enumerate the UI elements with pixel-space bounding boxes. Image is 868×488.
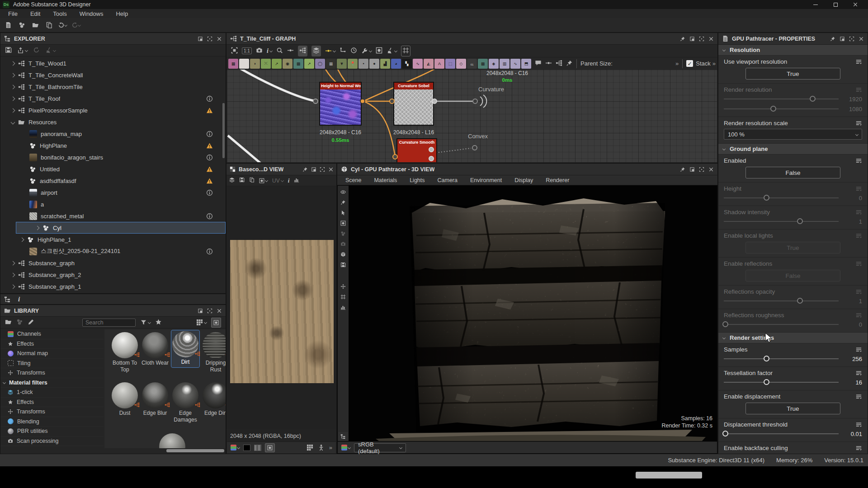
expand-chevron[interactable] — [11, 96, 15, 101]
sidebar-section-material-filters[interactable]: Material filters — [0, 378, 104, 388]
atomic-channel-shuffle-icon[interactable]: ⤫ — [261, 59, 271, 69]
maximize-icon[interactable] — [320, 167, 325, 172]
atomic-curve-io-icon[interactable]: ∿ — [510, 59, 520, 69]
sidebar-item-1-click[interactable]: 1-click — [0, 388, 104, 398]
parent-size-expand[interactable]: » — [675, 60, 679, 67]
info-icon[interactable] — [206, 131, 213, 137]
atomic-warp-icon[interactable]: ↗ — [304, 59, 314, 69]
float-icon[interactable] — [689, 167, 695, 172]
atomic-checker-icon[interactable]: ▚ — [402, 59, 412, 69]
maximize-icon[interactable] — [849, 36, 854, 42]
elbow-wire-button[interactable] — [340, 47, 346, 55]
library-material-dripping-rust[interactable]: Dripping Rust — [202, 331, 226, 373]
explorer-item[interactable]: panorama_map — [0, 128, 226, 140]
thumbnails-button[interactable] — [376, 47, 382, 55]
close-button[interactable] — [845, 0, 865, 9]
explorer-item[interactable]: T_Tile_Wood1 — [0, 57, 226, 69]
explorer-item[interactable]: 스크린샷_2025-08-21_224101 — [0, 245, 226, 257]
render-width-slider[interactable]: 1920 — [724, 95, 862, 103]
explorer-item[interactable]: a — [0, 198, 226, 210]
graph-view-button[interactable] — [298, 46, 307, 56]
atomic-histogram-icon[interactable]: ▟ — [380, 59, 390, 69]
warning-icon[interactable] — [206, 166, 213, 173]
output-node-convex[interactable] — [472, 145, 477, 150]
sidebar-item-transforms-2[interactable]: Transforms — [0, 407, 104, 417]
grid-size-button[interactable] — [196, 319, 207, 326]
expand-chevron[interactable] — [11, 108, 15, 113]
layers-button[interactable] — [229, 177, 235, 184]
grid-icon[interactable] — [307, 444, 313, 451]
enable-displacement-toggle[interactable]: True — [745, 403, 840, 414]
menu-materials[interactable]: Materials — [368, 177, 402, 183]
float-icon[interactable] — [198, 36, 203, 42]
sidebar-item-pbr-utilities[interactable]: PBR utilities — [0, 427, 104, 436]
atomic-curve-icon[interactable]: ↗ — [272, 59, 282, 69]
clean-graph-button[interactable] — [387, 47, 397, 54]
menu-display[interactable]: Display — [509, 177, 538, 183]
menu-lights[interactable]: Lights — [404, 177, 430, 183]
stack-checkbox[interactable]: ✓ — [686, 60, 693, 67]
copy-image-button[interactable] — [249, 177, 255, 184]
node-info-button[interactable]: i — [267, 47, 272, 55]
edit-filter-button[interactable] — [28, 319, 34, 327]
close-icon[interactable] — [328, 167, 334, 172]
stack-expand[interactable]: » — [712, 60, 716, 67]
sidebar-item-channels[interactable]: Channels — [0, 329, 104, 339]
info-button[interactable]: i — [288, 177, 290, 184]
enable-reflections-toggle[interactable]: False — [745, 270, 840, 282]
view2d-canvas[interactable] — [227, 187, 336, 429]
preset-menu-icon[interactable] — [855, 421, 862, 428]
sidebar-item-scan-processing[interactable]: Scan processing — [0, 436, 104, 446]
histogram-button[interactable] — [294, 177, 299, 184]
view3d-tree-tab[interactable] — [338, 432, 348, 441]
output-port[interactable] — [429, 156, 434, 161]
library-material-dust[interactable]: Dust — [111, 381, 139, 417]
maximize-icon[interactable] — [699, 36, 704, 42]
frame-gizmo-icon[interactable] — [340, 294, 346, 300]
menu-edit[interactable]: Edit — [25, 10, 46, 18]
material-sphere-partial[interactable] — [159, 433, 185, 448]
wire-style-button[interactable] — [325, 47, 335, 54]
preset-menu-icon[interactable] — [855, 209, 862, 216]
compute-time-button[interactable] — [350, 47, 357, 55]
collapse-chevron[interactable] — [11, 120, 15, 124]
info-tab-icon[interactable]: i — [18, 296, 20, 303]
outputs-view-button[interactable] — [311, 46, 321, 56]
atomic-shape-icon[interactable]: ◯ — [315, 59, 325, 69]
material-sphere-icon[interactable] — [340, 231, 346, 236]
search-input[interactable] — [82, 319, 136, 327]
atomic-input-value-icon[interactable]: ◈ — [489, 59, 499, 69]
explorer-item[interactable]: Substance_graph — [0, 257, 226, 269]
duplicate-button[interactable] — [43, 20, 54, 31]
menu-environment[interactable]: Environment — [465, 177, 507, 183]
undo-button[interactable] — [57, 20, 68, 31]
input-port[interactable] — [313, 99, 318, 104]
subgraph-button[interactable] — [556, 60, 562, 68]
info-icon[interactable] — [206, 154, 213, 161]
info-icon[interactable] — [206, 213, 213, 220]
expand-chevron[interactable] — [11, 284, 15, 289]
pin-icon[interactable] — [830, 36, 835, 42]
samples-slider[interactable]: 256 — [724, 355, 862, 363]
output-port[interactable] — [360, 99, 365, 104]
output-port[interactable] — [432, 99, 437, 104]
float-icon[interactable] — [840, 36, 845, 42]
menu-tools[interactable]: Tools — [47, 10, 72, 18]
menu-scene[interactable]: Scene — [340, 177, 367, 183]
float-icon[interactable] — [198, 308, 203, 314]
use-viewport-resolution-toggle[interactable]: True — [745, 68, 840, 80]
warning-icon[interactable] — [206, 142, 213, 149]
new-graph-button[interactable] — [16, 20, 27, 31]
undo-history-chevron[interactable] — [64, 23, 67, 27]
enable-local-lights-toggle[interactable]: True — [745, 242, 840, 253]
explorer-item[interactable]: scratched_metal — [0, 210, 226, 222]
dot-node-button[interactable] — [545, 60, 552, 68]
explorer-item[interactable]: Substance_graph_1 — [0, 281, 226, 292]
atomic-output-icon[interactable]: ⬒ — [521, 59, 531, 69]
select-tool-icon[interactable] — [340, 210, 346, 216]
open-button[interactable] — [30, 20, 41, 31]
expand-chevron[interactable] — [35, 225, 40, 230]
explorer-item[interactable]: Resources — [0, 116, 226, 128]
actual-size-button[interactable]: 1:1 — [242, 47, 252, 54]
height-slider[interactable]: 0 — [724, 194, 862, 202]
